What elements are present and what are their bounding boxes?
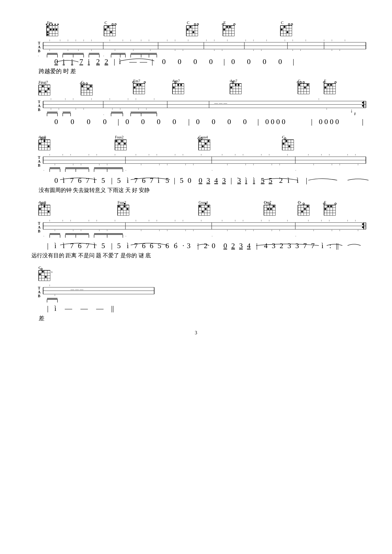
- svg-text:×: ×: [172, 80, 173, 82]
- svg-text:↑: ↑: [234, 219, 236, 222]
- svg-text:0 0 0 0: 0 0 0 0: [319, 118, 339, 126]
- svg-text:|: |: [114, 57, 115, 66]
- svg-text:↓: ↓: [193, 228, 194, 231]
- svg-point-233: [140, 84, 141, 86]
- svg-point-556: [39, 208, 41, 210]
- svg-point-765: [39, 273, 41, 275]
- svg-point-410: [199, 140, 201, 142]
- notation-line-3: 0 · i 7 6 7 · i 5 | 5 · i 7 6 7 · i 5: [54, 175, 368, 184]
- svg-point-602: [270, 208, 272, 210]
- svg-text:↓: ↓: [253, 228, 254, 231]
- svg-text:↑: ↑: [135, 153, 137, 156]
- svg-point-46: [190, 26, 192, 28]
- svg-text:i: i: [63, 242, 65, 250]
- svg-text:↓: ↓: [174, 48, 176, 51]
- svg-point-764: [42, 271, 44, 273]
- chord-diagram-fm: [46, 24, 59, 36]
- svg-text:↑: ↑: [88, 219, 90, 222]
- svg-text:0: 0: [54, 57, 58, 66]
- svg-text:|: |: [293, 57, 294, 66]
- svg-text:|: |: [111, 176, 113, 184]
- svg-point-555: [44, 206, 45, 207]
- svg-text:↓: ↓: [132, 48, 134, 51]
- svg-point-603: [267, 208, 269, 210]
- svg-point-262: [235, 84, 237, 86]
- svg-text:↓: ↓: [227, 162, 228, 166]
- svg-text:↓: ↓: [313, 228, 314, 231]
- svg-text:×: ×: [281, 136, 283, 138]
- svg-text:↓: ↓: [193, 162, 194, 166]
- svg-text:|: |: [152, 57, 153, 66]
- svg-text:↓: ↓: [99, 162, 100, 166]
- svg-text:3: 3: [295, 242, 299, 250]
- svg-text:↓: ↓: [91, 48, 92, 51]
- svg-text:↑: ↑: [355, 219, 356, 222]
- svg-text:×: ×: [300, 201, 301, 204]
- svg-text:↓: ↓: [146, 107, 147, 110]
- svg-text:↑: ↑: [344, 39, 346, 42]
- svg-text:×: ×: [38, 266, 39, 269]
- svg-text:↑: ↑: [62, 153, 64, 156]
- svg-point-49: [194, 24, 196, 25]
- svg-text:0: 0: [212, 118, 215, 126]
- svg-text:↑: ↑: [321, 219, 322, 222]
- svg-text:4: 4: [214, 176, 218, 184]
- svg-text:↑: ↑: [49, 153, 50, 156]
- svg-point-381: [44, 140, 45, 142]
- svg-point-19: [55, 24, 56, 25]
- svg-point-31: [107, 26, 109, 28]
- svg-point-34: [112, 24, 113, 25]
- svg-text:↓: ↓: [261, 48, 262, 51]
- svg-point-61: [226, 26, 228, 28]
- svg-text:↓: ↓: [106, 228, 108, 231]
- tab-staff-3: T A B ↑ ↓ ↑ ↑ ↓ ↓ ↑ ↑ ↓ ↓ ↑ ↑: [38, 153, 366, 172]
- svg-text:↑: ↑: [91, 97, 92, 101]
- svg-point-35: [115, 24, 116, 25]
- svg-point-76: [284, 26, 286, 28]
- notation-line-5: | · i — — — ||: [47, 303, 114, 312]
- svg-text:↓: ↓: [166, 162, 168, 166]
- svg-text:↑: ↑: [328, 153, 330, 156]
- svg-text:↑: ↑: [323, 39, 325, 42]
- svg-text:|: |: [174, 176, 175, 184]
- svg-text:i: i: [127, 242, 129, 250]
- svg-text:↓: ↓: [300, 48, 301, 51]
- svg-point-585: [208, 206, 210, 207]
- svg-text:↑: ↑: [221, 153, 223, 156]
- svg-text:↑: ↑: [130, 39, 131, 42]
- svg-text:↓: ↓: [253, 162, 254, 166]
- svg-text:·: ·: [43, 234, 44, 238]
- svg-text:↑: ↑: [153, 97, 155, 101]
- svg-text:×: ×: [263, 201, 264, 204]
- chord-diagram-g2: [297, 81, 309, 94]
- svg-text:↓: ↓: [119, 107, 121, 110]
- chord-name-c3: C: [281, 21, 284, 25]
- svg-text:↑: ↑: [182, 219, 184, 222]
- svg-text:2: 2: [231, 242, 235, 250]
- svg-text:↓: ↓: [271, 228, 273, 231]
- svg-text:↑: ↑: [62, 219, 64, 222]
- svg-text:↑: ↑: [156, 219, 158, 222]
- svg-point-232: [137, 84, 139, 86]
- svg-text:↓: ↓: [166, 228, 168, 231]
- svg-point-571: [121, 208, 123, 210]
- svg-text:5: 5: [117, 176, 121, 184]
- svg-text:4: 4: [264, 242, 268, 250]
- svg-text:A: A: [38, 225, 41, 229]
- svg-text:T: T: [38, 100, 41, 104]
- svg-text:↓: ↓: [357, 162, 359, 166]
- svg-point-217: [82, 85, 83, 87]
- svg-text:↓: ↓: [221, 48, 223, 51]
- svg-point-77: [281, 29, 283, 31]
- svg-text:↑: ↑: [140, 39, 142, 42]
- svg-text:||: ||: [111, 304, 114, 312]
- svg-text:↑: ↑: [242, 153, 244, 156]
- svg-text:↓: ↓: [140, 162, 142, 166]
- svg-point-397: [124, 143, 126, 145]
- svg-text:↑: ↑: [70, 153, 71, 156]
- svg-text:↑: ↑: [284, 39, 286, 42]
- svg-point-200: [42, 85, 44, 87]
- svg-text:9: 9: [51, 271, 53, 273]
- svg-text:0: 0: [103, 118, 107, 126]
- svg-point-584: [199, 206, 201, 207]
